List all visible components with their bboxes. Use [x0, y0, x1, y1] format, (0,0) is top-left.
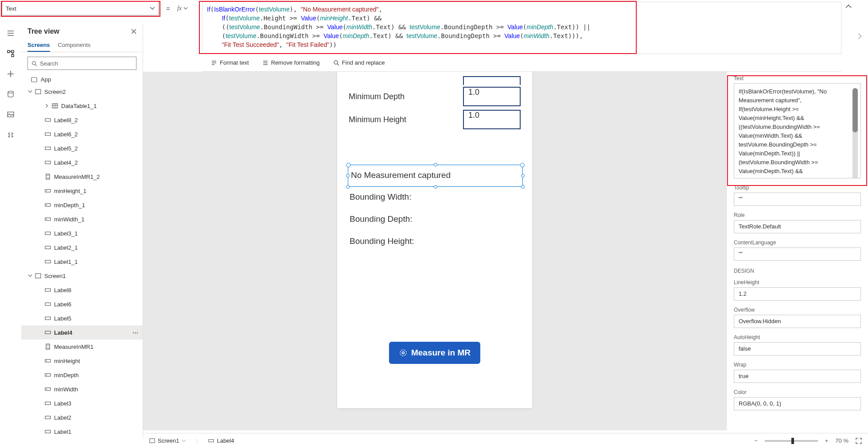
chevron-down-icon [182, 439, 186, 443]
label-icon [45, 259, 51, 265]
tree-item-label1[interactable]: Label1 [21, 425, 143, 439]
tree-item-label6_2[interactable]: Label6_2 [21, 127, 143, 141]
tree-item-mindepth[interactable]: minDepth [21, 368, 143, 382]
fit-screen-icon[interactable] [856, 438, 862, 444]
hamburger-icon[interactable] [7, 29, 15, 37]
breadcrumb-screen[interactable]: Screen1 [149, 437, 186, 444]
svg-rect-11 [45, 133, 51, 135]
input-icon [45, 386, 51, 392]
tree-item-screen1[interactable]: Screen1 [21, 269, 143, 283]
tree-item-label8[interactable]: Label8 [21, 283, 143, 297]
tree-item-label: DataTable1_1 [61, 103, 97, 109]
tree-item-label4[interactable]: Label4⋯ [21, 325, 143, 340]
svg-rect-23 [45, 303, 51, 305]
canvas-area[interactable]: Minimum Depth 1.0 Minimum Height 1.0 No … [143, 72, 726, 430]
tree-item-label5[interactable]: Label5 [21, 311, 143, 325]
expand-icon[interactable] [28, 89, 32, 94]
tree-item-minwidth_1[interactable]: minWidth_1 [21, 212, 143, 226]
formula-code[interactable]: If(IsBlankOrError(testVolume), "No Measu… [202, 2, 841, 52]
prop-tooltip-input[interactable]: "" [734, 193, 861, 206]
tree-item-label: Label5 [54, 315, 71, 322]
formula-next-icon[interactable] [855, 31, 865, 42]
label-icon [45, 117, 51, 123]
tree-item-minheight_1[interactable]: minHeight_1 [21, 184, 143, 198]
svg-rect-21 [35, 274, 41, 278]
min-depth-input[interactable]: 1.0 [463, 87, 521, 106]
svg-rect-7 [31, 77, 37, 82]
expand-icon[interactable] [45, 104, 49, 108]
prop-lineheight-label: LineHeight [727, 276, 868, 286]
tree-item-minheight[interactable]: minHeight [21, 354, 143, 368]
tree-item-label2[interactable]: Label2 [21, 410, 143, 425]
screen-icon [149, 438, 155, 444]
prop-lineheight-input[interactable]: 1.2 [734, 287, 861, 301]
svg-rect-30 [45, 402, 51, 405]
svg-rect-1 [8, 50, 10, 53]
tree-item-label6[interactable]: Label6 [21, 297, 143, 311]
breadcrumb-control[interactable]: Label4 [208, 437, 234, 444]
remove-formatting-button[interactable]: Remove formatting [262, 59, 320, 66]
min-height-input[interactable]: 1.0 [463, 110, 521, 129]
tree-item-label5_2[interactable]: Label5_2 [21, 141, 143, 155]
prop-color-input[interactable]: RGBA(0, 0, 0, 1) [734, 397, 861, 410]
tree-item-label8_2[interactable]: Label8_2 [21, 113, 143, 127]
tree-item-label1_1[interactable]: Label1_1 [21, 255, 143, 269]
zoom-slider[interactable] [765, 440, 818, 442]
tree-item-label2_1[interactable]: Label2_1 [21, 240, 143, 255]
tools-icon[interactable] [7, 131, 15, 139]
tab-screens[interactable]: Screens [27, 39, 50, 52]
prop-autoheight-input[interactable]: false [734, 342, 861, 355]
svg-rect-10 [45, 119, 51, 121]
tree-item-minwidth[interactable]: minWidth [21, 382, 143, 396]
media-icon[interactable] [7, 111, 15, 119]
tree-item-label3[interactable]: Label3 [21, 396, 143, 410]
formula-bar[interactable]: If(IsBlankOrError(testVolume), "No Measu… [202, 2, 841, 54]
bounding-width-label: Bounding Width: [350, 192, 411, 202]
tree-item-screen2[interactable]: Screen2 [21, 85, 143, 99]
prop-text-input[interactable]: If(IsBlankOrError(testVolume), "No Measu… [734, 83, 861, 178]
tab-components[interactable]: Components [58, 39, 91, 52]
tree-item-label: Label6_2 [54, 131, 78, 138]
tree-view-icon[interactable] [7, 50, 15, 58]
more-icon[interactable]: ⋯ [132, 329, 138, 336]
tree-item-label4_2[interactable]: Label4_2 [21, 155, 143, 170]
svg-rect-25 [45, 331, 51, 334]
svg-rect-19 [45, 246, 51, 249]
measure-in-mr-button[interactable]: Measure in MR [389, 342, 480, 364]
prop-role-input[interactable]: TextRole.Default [734, 220, 861, 233]
svg-rect-29 [45, 388, 51, 390]
property-dropdown[interactable]: Text [2, 1, 159, 15]
fx-indicator[interactable]: fx [177, 0, 188, 17]
zoom-in-button[interactable]: + [825, 437, 829, 444]
close-icon[interactable] [131, 29, 136, 34]
tree-item-datatable1_1[interactable]: DataTable1_1 [21, 99, 143, 113]
tree-item-measureinmr1[interactable]: MeasureInMR1 [21, 340, 143, 354]
svg-point-0 [334, 61, 338, 64]
prop-role-label: Role [727, 209, 868, 219]
tree-item-mindepth_1[interactable]: minDepth_1 [21, 198, 143, 212]
selected-label4[interactable]: No Measurement captured [348, 165, 523, 187]
formula-chevron-up-icon[interactable] [842, 2, 855, 12]
label-icon [45, 159, 51, 166]
tree-item-label3_1[interactable]: Label3_1 [21, 226, 143, 240]
app-icon [31, 77, 37, 83]
prop-wrap-input[interactable]: true [734, 370, 861, 383]
svg-rect-14 [46, 174, 50, 179]
tree-app-node[interactable]: App [21, 74, 143, 85]
label-icon [45, 131, 51, 137]
min-depth-label: Minimum Depth [349, 92, 463, 101]
data-icon[interactable] [7, 90, 15, 98]
tree-item-measureinmr1_2[interactable]: MeasureInMR1_2 [21, 170, 143, 184]
insert-icon[interactable] [7, 70, 15, 78]
svg-rect-15 [45, 189, 51, 192]
prop-contentlanguage-input[interactable]: "" [734, 247, 861, 261]
expand-icon[interactable] [28, 274, 32, 278]
find-replace-button[interactable]: Find and replace [333, 59, 385, 66]
zoom-out-button[interactable]: − [754, 437, 758, 444]
scrollbar[interactable] [852, 88, 858, 178]
tree-item-label: minDepth [54, 372, 79, 378]
label-icon [45, 301, 51, 307]
format-text-button[interactable]: Format text [211, 59, 249, 66]
prop-overflow-input[interactable]: Overflow.Hidden [734, 315, 861, 328]
tree-search-input[interactable]: Search [27, 57, 136, 70]
